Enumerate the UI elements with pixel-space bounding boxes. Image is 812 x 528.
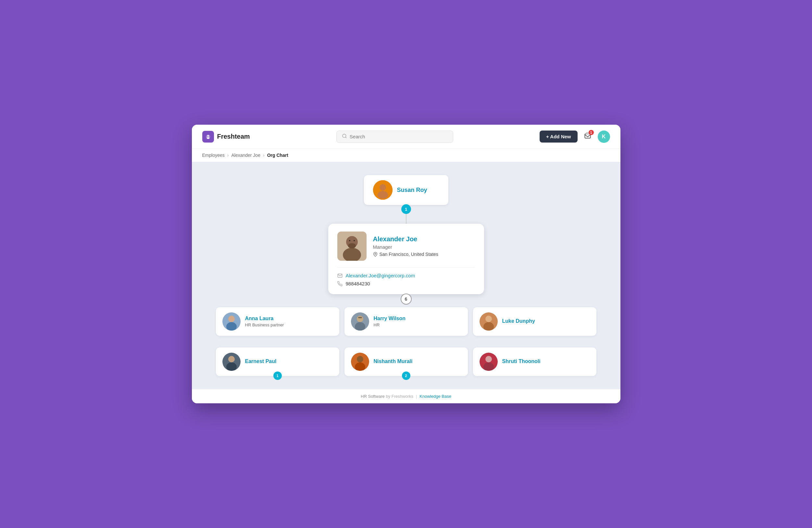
susan-subordinate-badge[interactable]: 1 (401, 204, 411, 214)
svg-point-8 (378, 191, 388, 199)
search-input[interactable] (350, 134, 448, 139)
alexander-subordinates-connector: 6 (401, 294, 412, 304)
harry-info: Harry Wilson HR (374, 316, 406, 327)
svg-point-15 (348, 243, 356, 248)
luke-avatar (480, 312, 498, 331)
header-center (250, 130, 540, 143)
anna-role: HR Business partner (245, 323, 284, 327)
luke-name: Luke Dunphy (502, 318, 535, 324)
svg-point-2 (206, 137, 209, 139)
app-window: Freshteam + Add New (192, 125, 621, 403)
earnest-info: Earnest Paul (245, 358, 277, 365)
alexander-location: San Francisco, United States (373, 252, 438, 257)
svg-point-13 (349, 240, 350, 241)
nishanth-badge[interactable]: 2 (402, 371, 410, 380)
svg-point-3 (343, 134, 346, 138)
earnest-card[interactable]: Earnest Paul 1 (216, 347, 339, 376)
nishanth-card[interactable]: Nishanth Murali 2 (345, 347, 468, 376)
shruti-info: Shruti Thoonoli (502, 358, 540, 365)
luke-card[interactable]: Luke Dunphy (473, 307, 596, 336)
footer: HR Software by Freshworks | Knowledge Ba… (192, 389, 621, 403)
svg-point-22 (357, 316, 363, 322)
alexander-top: Alexander Joe Manager San Francisco, Uni… (337, 231, 475, 261)
alexander-card[interactable]: Alexander Joe Manager San Francisco, Uni… (328, 224, 484, 294)
org-chart: Susan Roy 1 (202, 175, 610, 376)
header: Freshteam + Add New (192, 125, 621, 149)
alexander-avatar (337, 231, 366, 261)
breadcrumb-alexander[interactable]: Alexander Joe (231, 153, 260, 158)
search-icon (342, 133, 347, 140)
anna-name: Anna Laura (245, 316, 284, 322)
alexander-info: Alexander Joe Manager San Francisco, Uni… (373, 236, 438, 257)
nishanth-info: Nishanth Murali (374, 358, 413, 365)
email-row: Alexander.Joe@gingercorp.com (337, 273, 475, 278)
alexander-role: Manager (373, 244, 438, 250)
earnest-avatar (222, 353, 241, 371)
susan-card[interactable]: Susan Roy (364, 175, 448, 205)
svg-point-14 (353, 240, 355, 241)
svg-point-16 (375, 253, 376, 255)
susan-name: Susan Roy (397, 187, 427, 194)
svg-point-35 (485, 356, 492, 362)
notification-badge: 1 (589, 130, 594, 135)
harry-card[interactable]: Harry Wilson HR (345, 307, 468, 336)
harry-name: Harry Wilson (374, 316, 406, 322)
logo-icon (202, 131, 214, 143)
shruti-name: Shruti Thoonoli (502, 358, 540, 364)
logo-area: Freshteam (202, 131, 250, 143)
alexander-name: Alexander Joe (373, 236, 438, 243)
location-icon (373, 252, 378, 257)
subordinates-row-1: Anna Laura HR Business partner (202, 307, 610, 336)
svg-point-1 (207, 135, 209, 137)
anna-info: Anna Laura HR Business partner (245, 316, 284, 327)
svg-point-32 (357, 356, 363, 362)
svg-point-29 (228, 356, 235, 362)
svg-point-26 (485, 316, 492, 322)
alex-subordinate-badge[interactable]: 6 (401, 294, 412, 304)
app-name: Freshteam (217, 133, 250, 140)
add-new-button[interactable]: + Add New (540, 130, 578, 143)
connector-v-1 (406, 214, 406, 224)
user-avatar-button[interactable]: K (598, 130, 610, 143)
susan-avatar (373, 180, 393, 200)
main-content: Susan Roy 1 (192, 162, 621, 389)
svg-point-7 (379, 184, 386, 190)
alexander-phone: 988484230 (346, 281, 370, 286)
breadcrumb-sep-2: › (263, 153, 265, 158)
earnest-name: Earnest Paul (245, 358, 277, 364)
breadcrumb-sep-1: › (227, 153, 229, 158)
nishanth-name: Nishanth Murali (374, 358, 413, 364)
nishanth-avatar (351, 353, 369, 371)
shruti-card[interactable]: Shruti Thoonoli (473, 347, 596, 376)
susan-level: Susan Roy 1 (364, 175, 448, 224)
footer-knowledge-base-link[interactable]: Knowledge Base (419, 394, 451, 399)
email-icon (337, 273, 343, 278)
harry-role: HR (374, 323, 406, 327)
earnest-badge[interactable]: 1 (273, 371, 282, 380)
shruti-avatar (480, 353, 498, 371)
alexander-location-text: San Francisco, United States (379, 252, 438, 257)
subordinates-row-2: Earnest Paul 1 (202, 347, 610, 376)
footer-separator: | (416, 394, 417, 399)
svg-point-19 (228, 316, 235, 322)
breadcrumb-employees[interactable]: Employees (202, 153, 225, 158)
harry-avatar (351, 312, 369, 331)
luke-info: Luke Dunphy (502, 318, 535, 325)
breadcrumb: Employees › Alexander Joe › Org Chart (192, 149, 621, 162)
footer-text: HR Software by Freshworks (361, 394, 413, 399)
search-bar[interactable] (336, 130, 453, 143)
header-actions: + Add New 1 K (540, 130, 610, 143)
anna-avatar (222, 312, 241, 331)
phone-icon (337, 281, 343, 286)
phone-row: 988484230 (337, 281, 475, 286)
alexander-email[interactable]: Alexander.Joe@gingercorp.com (346, 273, 415, 278)
subordinates-section: Anna Laura HR Business partner (202, 307, 610, 376)
breadcrumb-current: Org Chart (267, 153, 288, 158)
anna-card[interactable]: Anna Laura HR Business partner (216, 307, 339, 336)
notification-button[interactable]: 1 (581, 130, 594, 143)
svg-rect-24 (358, 317, 362, 318)
alexander-contact: Alexander.Joe@gingercorp.com 988484230 (337, 267, 475, 286)
